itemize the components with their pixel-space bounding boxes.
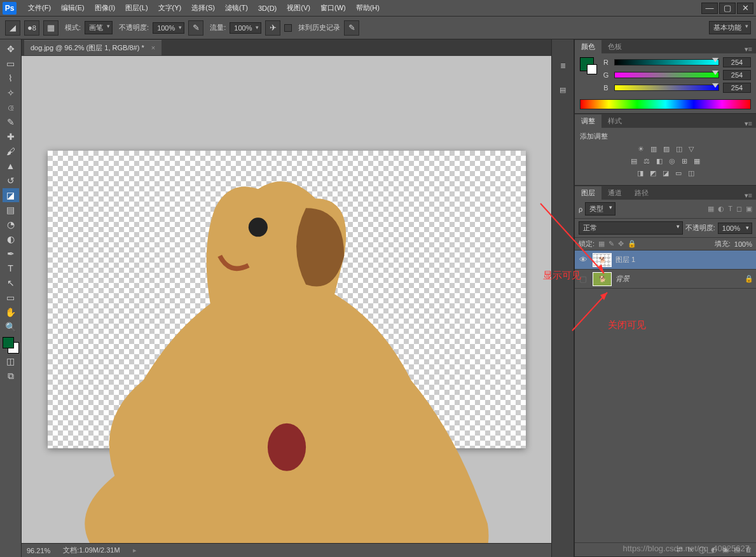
color-preview[interactable] xyxy=(580,57,594,71)
filter-shape-icon[interactable]: ◻ xyxy=(736,205,742,213)
mode-dropdown[interactable]: 画笔 xyxy=(85,21,113,34)
canvas[interactable] xyxy=(48,151,526,448)
quickmask-tool[interactable]: ◫ xyxy=(3,354,19,368)
hue-icon[interactable]: ▤ xyxy=(631,157,637,165)
filter-type-icon[interactable]: T xyxy=(728,205,732,213)
menu-view[interactable]: 视图(V) xyxy=(282,3,315,13)
menu-layer[interactable]: 图层(L) xyxy=(120,3,153,13)
posterize-icon[interactable]: ◩ xyxy=(650,169,656,177)
hand-tool[interactable]: ✋ xyxy=(3,305,19,319)
filter-type-dropdown[interactable]: 类型 xyxy=(585,202,615,216)
airbrush-icon[interactable]: ✈ xyxy=(265,20,280,36)
opacity-dropdown[interactable]: 100% xyxy=(153,22,184,34)
tab-styles[interactable]: 样式 xyxy=(601,114,628,128)
menu-type[interactable]: 文字(Y) xyxy=(153,3,187,13)
layer-name[interactable]: 图层 1 xyxy=(615,255,753,265)
pressure-opacity-icon[interactable]: ✎ xyxy=(188,20,203,36)
foreground-color[interactable] xyxy=(3,337,14,348)
menu-help[interactable]: 帮助(H) xyxy=(351,3,385,13)
visibility-eye-icon[interactable]: ▢ xyxy=(577,274,589,284)
fill-dropdown[interactable]: 100% xyxy=(734,240,752,248)
filter-smart-icon[interactable]: ▣ xyxy=(746,205,752,213)
visibility-eye-icon[interactable]: 👁 xyxy=(577,255,589,265)
menu-window[interactable]: 窗口(W) xyxy=(315,3,351,13)
color-spectrum[interactable] xyxy=(580,99,751,109)
crop-tool[interactable]: ⟃ xyxy=(3,100,19,114)
menu-select[interactable]: 选择(S) xyxy=(186,3,220,13)
threshold-icon[interactable]: ◪ xyxy=(663,169,669,177)
blend-mode-dropdown[interactable]: 正常 xyxy=(579,221,683,235)
zoom-level[interactable]: 96.21% xyxy=(27,547,50,554)
lookup-icon[interactable]: ▦ xyxy=(694,157,700,165)
history-checkbox[interactable] xyxy=(284,24,292,32)
vibrance-icon[interactable]: ▽ xyxy=(689,145,694,153)
window-minimize-button[interactable]: — xyxy=(701,3,718,14)
move-tool[interactable]: ✥ xyxy=(3,42,19,56)
layer-opacity-dropdown[interactable]: 100% xyxy=(718,223,752,234)
gradient-tool[interactable]: ▤ xyxy=(3,203,19,217)
r-value[interactable]: 254 xyxy=(723,57,751,67)
eyedropper-tool[interactable]: ✎ xyxy=(3,115,19,129)
layer-thumbnail[interactable]: 🐕 xyxy=(593,253,612,267)
dodge-tool[interactable]: ◐ xyxy=(3,232,19,246)
panel-menu-icon[interactable]: ▾≡ xyxy=(741,45,756,53)
brush-panel-icon[interactable]: ▦ xyxy=(43,20,58,36)
close-icon[interactable]: × xyxy=(151,44,155,52)
layer-thumbnail[interactable]: 🐕 xyxy=(593,272,612,286)
menu-filter[interactable]: 滤镜(T) xyxy=(220,3,253,13)
lock-all-icon[interactable]: 🔒 xyxy=(628,240,636,248)
filter-adjust-icon[interactable]: ◐ xyxy=(718,205,724,213)
tool-preset-icon[interactable]: ◢ xyxy=(5,20,20,36)
document-tab[interactable]: dog.jpg @ 96.2% (图层 1, RGB/8#) * × xyxy=(24,40,162,55)
g-value[interactable]: 254 xyxy=(723,70,751,80)
selective-icon[interactable]: ◫ xyxy=(688,169,694,177)
tab-paths[interactable]: 路径 xyxy=(628,186,655,200)
window-maximize-button[interactable]: ▢ xyxy=(719,3,736,14)
r-slider[interactable] xyxy=(614,59,719,65)
stamp-tool[interactable]: ▲ xyxy=(3,159,19,173)
b-slider[interactable] xyxy=(614,85,719,91)
g-slider[interactable] xyxy=(614,72,719,78)
history-brush-tool[interactable]: ↺ xyxy=(3,174,19,188)
menu-edit[interactable]: 编辑(E) xyxy=(56,3,90,13)
zoom-tool[interactable]: 🔍 xyxy=(3,320,19,334)
type-tool[interactable]: T xyxy=(3,261,19,275)
lasso-tool[interactable]: ⌇ xyxy=(3,71,19,85)
layer-row[interactable]: 👁 🐕 图层 1 xyxy=(575,251,756,270)
b-value[interactable]: 254 xyxy=(723,83,751,93)
color-swatch[interactable] xyxy=(3,337,19,354)
workspace-dropdown[interactable]: 基本功能 xyxy=(709,21,751,34)
invert-icon[interactable]: ◨ xyxy=(637,169,643,177)
panel-menu-icon[interactable]: ▾≡ xyxy=(741,120,756,128)
properties-panel-icon[interactable]: ▤ xyxy=(556,83,570,97)
exposure-icon[interactable]: ◫ xyxy=(676,145,682,153)
eraser-tool[interactable]: ◪ xyxy=(3,188,19,202)
tab-adjustments[interactable]: 调整 xyxy=(575,114,601,128)
gradient-map-icon[interactable]: ▭ xyxy=(675,169,682,177)
blur-tool[interactable]: ◔ xyxy=(3,217,19,231)
lock-pixels-icon[interactable]: ✎ xyxy=(608,240,614,248)
tab-color[interactable]: 颜色 xyxy=(575,40,601,53)
brush-tool[interactable]: 🖌 xyxy=(3,144,19,158)
pen-tool[interactable]: ✒ xyxy=(3,247,19,261)
pressure-size-icon[interactable]: ✎ xyxy=(344,20,359,36)
healing-tool[interactable]: ✚ xyxy=(3,130,19,144)
menu-image[interactable]: 图像(I) xyxy=(90,3,120,13)
layer-name[interactable]: 背景 xyxy=(615,274,741,284)
canvas-viewport[interactable] xyxy=(22,56,551,543)
balance-icon[interactable]: ⚖ xyxy=(643,157,650,165)
shape-tool[interactable]: ▭ xyxy=(3,291,19,305)
tab-swatches[interactable]: 色板 xyxy=(601,40,628,53)
tab-layers[interactable]: 图层 xyxy=(575,186,601,200)
bw-icon[interactable]: ◧ xyxy=(656,157,663,165)
history-panel-icon[interactable]: ≣ xyxy=(556,58,570,72)
layer-row[interactable]: ▢ 🐕 背景 🔒 xyxy=(575,270,756,289)
curves-icon[interactable]: ▨ xyxy=(663,145,670,153)
menu-3d[interactable]: 3D(D) xyxy=(253,4,282,12)
lock-transparency-icon[interactable]: ▦ xyxy=(598,240,605,248)
filter-pixel-icon[interactable]: ▦ xyxy=(708,205,714,213)
marquee-tool[interactable]: ▭ xyxy=(3,57,19,71)
path-select-tool[interactable]: ↖ xyxy=(3,276,19,290)
tab-channels[interactable]: 通道 xyxy=(601,186,628,200)
lock-position-icon[interactable]: ✥ xyxy=(618,240,624,248)
